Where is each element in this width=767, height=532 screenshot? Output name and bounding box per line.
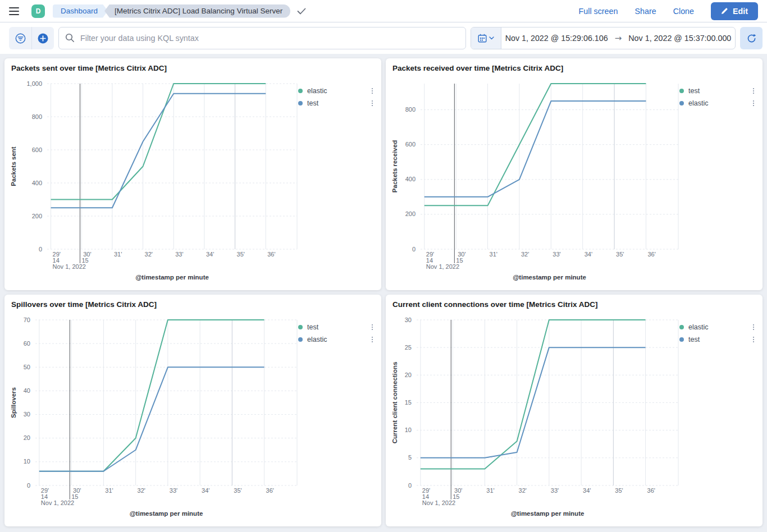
- svg-text:36': 36': [647, 487, 655, 494]
- svg-text:600: 600: [32, 146, 42, 153]
- pencil-icon: [721, 7, 728, 15]
- legend-item[interactable]: elastic: [298, 85, 375, 97]
- date-range-end[interactable]: Nov 1, 2022 @ 15:37:00.000: [628, 34, 731, 43]
- top-navigation-bar: D Dashboard [Metrics Citrix ADC] Load Ba…: [0, 0, 767, 22]
- legend-item[interactable]: elastic: [679, 97, 756, 109]
- svg-text:33': 33': [551, 487, 559, 494]
- svg-text:32': 32': [519, 487, 527, 494]
- svg-text:400: 400: [405, 176, 416, 182]
- svg-text:35': 35': [615, 487, 623, 494]
- panel-body: 01020304050607029'30'31'32'33'34'35'36'1…: [4, 310, 381, 520]
- svg-text:200: 200: [32, 213, 42, 219]
- arrow-right-icon: →: [615, 33, 622, 43]
- svg-text:Packets sent: Packets sent: [10, 146, 17, 186]
- legend-item[interactable]: test: [679, 333, 756, 346]
- legend-item-label[interactable]: test: [307, 99, 366, 107]
- legend-item-menu-icon[interactable]: [751, 86, 756, 96]
- share-link[interactable]: Share: [634, 7, 656, 16]
- svg-text:31': 31': [486, 487, 494, 494]
- legend-color-dot: [679, 89, 684, 93]
- add-filter-button[interactable]: [31, 27, 54, 49]
- panel-body: 020040060080029'30'31'32'33'34'35'36'141…: [386, 74, 763, 283]
- legend-item[interactable]: elastic: [679, 321, 756, 333]
- search-icon: [65, 33, 75, 43]
- kql-filter-input[interactable]: [58, 27, 466, 49]
- menu-hamburger-icon[interactable]: [9, 7, 19, 15]
- svg-text:35': 35': [237, 251, 245, 258]
- svg-text:@timestamp per minute: @timestamp per minute: [513, 274, 586, 281]
- svg-text:35': 35': [234, 487, 241, 494]
- line-chart[interactable]: 05101520253029'30'31'32'33'34'35'36'1415…: [390, 314, 679, 520]
- panel-title: Packets sent over time [Metrics Citrix A…: [4, 58, 381, 74]
- legend-item-label[interactable]: elastic: [307, 336, 366, 343]
- legend-item-label[interactable]: test: [307, 323, 366, 331]
- legend-item-menu-icon[interactable]: [370, 323, 375, 332]
- svg-text:34': 34': [585, 251, 592, 258]
- svg-text:200: 200: [405, 210, 416, 217]
- legend-item-menu-icon[interactable]: [751, 323, 756, 332]
- legend-item-label[interactable]: elastic: [307, 87, 366, 95]
- legend-item-menu-icon[interactable]: [370, 99, 375, 108]
- svg-text:15: 15: [405, 399, 412, 406]
- svg-text:36': 36': [266, 487, 274, 494]
- refresh-icon: [747, 34, 756, 43]
- full-screen-link[interactable]: Full screen: [579, 7, 618, 16]
- line-chart[interactable]: 01020304050607029'30'31'32'33'34'35'36'1…: [9, 314, 298, 520]
- legend-item-label[interactable]: elastic: [688, 323, 747, 331]
- refresh-button[interactable]: [740, 27, 763, 49]
- legend-color-dot: [679, 325, 684, 329]
- svg-text:31': 31': [105, 487, 113, 494]
- clone-link[interactable]: Clone: [673, 7, 694, 16]
- filter-in-circle-icon: [15, 33, 26, 44]
- edit-button[interactable]: Edit: [711, 2, 758, 20]
- date-picker-quick-menu-button[interactable]: [471, 27, 501, 49]
- query-toolbar: Nov 1, 2022 @ 15:29:06.106 → Nov 1, 2022…: [0, 22, 767, 54]
- panel-title: Spillovers over time [Metrics Citrix ADC…: [4, 295, 381, 310]
- svg-text:@timestamp per minute: @timestamp per minute: [135, 274, 209, 281]
- legend-item-menu-icon[interactable]: [370, 86, 375, 96]
- svg-text:0: 0: [408, 482, 412, 489]
- svg-text:32': 32': [521, 251, 529, 258]
- saved-query-menu-button[interactable]: [9, 27, 31, 49]
- chart-panel: Spillovers over time [Metrics Citrix ADC…: [4, 295, 381, 526]
- svg-text:800: 800: [32, 113, 42, 120]
- svg-text:600: 600: [405, 141, 416, 148]
- svg-text:36': 36': [267, 251, 275, 258]
- panel-title: Current client connections over time [Me…: [386, 295, 763, 310]
- legend-color-dot: [679, 101, 684, 106]
- legend-item[interactable]: test: [298, 321, 375, 333]
- svg-text:Current client connections: Current client connections: [391, 362, 398, 444]
- svg-text:32': 32': [145, 251, 153, 258]
- svg-text:400: 400: [32, 180, 42, 186]
- legend-item[interactable]: elastic: [298, 333, 375, 346]
- breadcrumb-current-dashboard: [Metrics Citrix ADC] Load Balancing Virt…: [104, 4, 290, 18]
- legend-item-label[interactable]: elastic: [688, 99, 747, 107]
- legend-item[interactable]: test: [679, 85, 756, 97]
- legend-item-menu-icon[interactable]: [751, 99, 756, 108]
- svg-text:30: 30: [24, 411, 30, 418]
- legend-item[interactable]: test: [298, 97, 375, 109]
- chart-legend: testelastic: [679, 85, 758, 283]
- legend-color-dot: [298, 325, 303, 329]
- svg-text:Nov 1, 2022: Nov 1, 2022: [422, 499, 455, 506]
- svg-text:33': 33': [170, 487, 177, 494]
- chart-legend: testelastic: [298, 321, 377, 520]
- chart-panel: Packets sent over time [Metrics Citrix A…: [4, 58, 381, 290]
- legend-item-label[interactable]: test: [688, 87, 747, 95]
- legend-color-dot: [679, 337, 684, 342]
- svg-text:Nov 1, 2022: Nov 1, 2022: [41, 499, 74, 506]
- breadcrumb-dashboard[interactable]: Dashboard: [53, 4, 108, 18]
- panel-body: 02004006008001,00029'30'31'32'33'34'35'3…: [4, 74, 381, 283]
- line-chart[interactable]: 02004006008001,00029'30'31'32'33'34'35'3…: [9, 78, 298, 283]
- space-avatar[interactable]: D: [31, 4, 45, 18]
- legend-item-menu-icon[interactable]: [751, 335, 756, 345]
- svg-text:33': 33': [175, 251, 183, 258]
- line-chart[interactable]: 020040060080029'30'31'32'33'34'35'36'141…: [390, 78, 679, 283]
- svg-text:20: 20: [405, 372, 412, 378]
- svg-text:800: 800: [405, 106, 416, 113]
- legend-item-label[interactable]: test: [688, 336, 747, 343]
- date-range-start[interactable]: Nov 1, 2022 @ 15:29:06.106: [505, 34, 608, 43]
- filter-button-group: [9, 27, 54, 49]
- svg-text:1,000: 1,000: [26, 80, 42, 87]
- legend-item-menu-icon[interactable]: [370, 335, 375, 345]
